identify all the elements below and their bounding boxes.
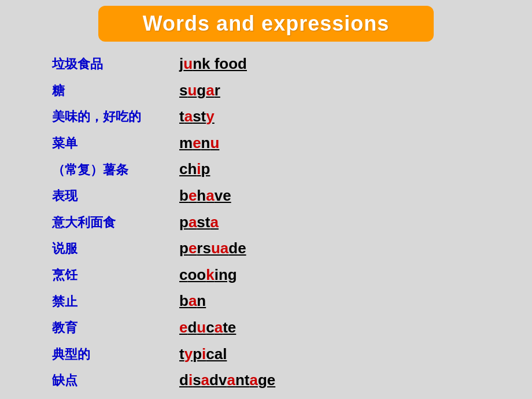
chinese-word-2: 美味的，好吃的: [52, 105, 179, 129]
chinese-word-12: 缺点: [52, 368, 179, 393]
english-word-11: typical: [179, 342, 515, 367]
chinese-word-9: 禁止: [52, 289, 179, 313]
chinese-word-5: 表现: [52, 184, 179, 208]
chinese-word-4: （常复）薯条: [52, 157, 179, 182]
english-word-3: menu: [179, 131, 515, 156]
main-container: Words and expressions 垃圾食品junk food糖suga…: [17, 0, 515, 399]
page-title: Words and expressions: [116, 12, 416, 36]
english-word-7: persuade: [179, 237, 515, 261]
english-word-6: pasta: [179, 210, 515, 235]
english-word-13: diet: [179, 395, 515, 399]
chinese-word-0: 垃圾食品: [52, 52, 179, 76]
chinese-word-10: 教育: [52, 316, 179, 340]
chinese-word-1: 糖: [52, 79, 179, 103]
english-word-4: chip: [179, 157, 515, 182]
english-word-9: ban: [179, 289, 515, 313]
chinese-word-6: 意大利面食: [52, 210, 179, 235]
english-word-0: junk food: [179, 52, 515, 76]
chinese-word-11: 典型的: [52, 342, 179, 367]
chinese-word-3: 菜单: [52, 131, 179, 156]
english-word-10: educate: [179, 316, 515, 340]
english-word-1: sugar: [179, 79, 515, 103]
chinese-word-7: 说服: [52, 237, 179, 261]
english-word-12: disadvantage: [179, 368, 515, 393]
english-word-8: cooking: [179, 263, 515, 287]
chinese-word-8: 烹饪: [52, 263, 179, 287]
words-grid: 垃圾食品junk food糖sugar美味的，好吃的tasty菜单menu（常复…: [17, 52, 515, 399]
english-word-2: tasty: [179, 105, 515, 129]
english-word-5: behave: [179, 184, 515, 208]
chinese-word-13: 日常饮食: [52, 395, 179, 399]
title-banner: Words and expressions: [98, 6, 434, 42]
